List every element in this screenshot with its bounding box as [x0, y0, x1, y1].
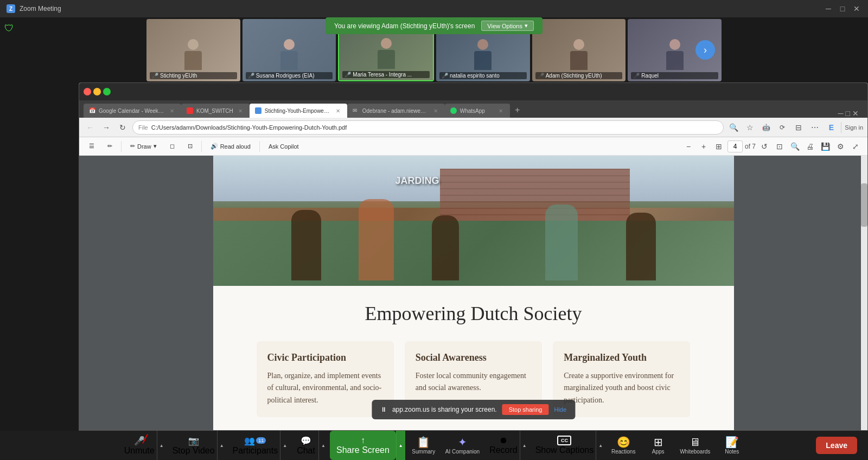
notes-button[interactable]: 📝 Notes [716, 431, 748, 460]
participant-tile[interactable]: 🎤 Stichting yEUth [146, 19, 240, 81]
eraser-button[interactable]: ◻ [165, 142, 179, 151]
mic-icon: 🎤 [538, 73, 544, 79]
view-options-button[interactable]: View Options ▾ [481, 21, 534, 31]
ask-copilot-button[interactable]: Ask Copilot [264, 142, 303, 151]
tab-stichting-pdf[interactable]: Stichting-Youth-Empowering-Du... ✕ [250, 104, 347, 118]
participant-tile[interactable]: 🎤 Adam (Stichting yEUth) [532, 19, 626, 81]
new-tab-button[interactable]: + [510, 103, 525, 118]
sharing-text: app.zoom.us is sharing your screen. [392, 406, 497, 413]
prev-page-button[interactable]: ↺ [758, 140, 771, 153]
address-bar[interactable]: File C:/Users/adamn/Downloads/Stichting-… [132, 120, 724, 135]
refresh-button2[interactable]: ⟳ [776, 121, 789, 134]
layout-button[interactable]: ⊟ [792, 121, 805, 134]
zoom-in-button[interactable]: + [697, 140, 710, 153]
summary-button[interactable]: 📋 Summary [407, 431, 440, 460]
stop-video-button[interactable]: 📷 Stop Video [168, 431, 217, 460]
next-page-button[interactable]: ⊡ [773, 140, 786, 153]
back-button[interactable]: ← [84, 121, 97, 134]
share-screen-button[interactable]: ↑ Share Screen [330, 431, 396, 460]
zoom-out-button[interactable]: − [682, 140, 695, 153]
browser-restore-window[interactable]: □ [846, 109, 850, 118]
record-arrow[interactable]: ▲ [520, 431, 529, 460]
draw-button[interactable]: ✏ Draw ▾ [126, 142, 161, 151]
tab-odebrane[interactable]: ✉ Odebrane - adam.nieweglowski... ✕ [347, 104, 445, 118]
scrollbar-thumb[interactable] [861, 183, 867, 227]
chevron-icon: ▾ [525, 22, 528, 29]
page-number-input[interactable] [727, 140, 743, 152]
fullscreen-button[interactable]: ⤢ [849, 140, 862, 153]
forward-button[interactable]: → [100, 121, 113, 134]
extension-button[interactable]: E [825, 121, 838, 134]
leave-button[interactable]: Leave [816, 437, 857, 454]
chevron-up-icon: ▲ [321, 443, 326, 448]
chat-arrow[interactable]: ▲ [318, 431, 328, 460]
window-controls[interactable]: ─ □ ✕ [824, 4, 861, 14]
more-tools-button[interactable]: ⋯ [808, 121, 821, 134]
browser-minimize-window[interactable]: ─ [838, 109, 844, 118]
chevron-up-icon: ▲ [283, 443, 287, 448]
browser-close-button[interactable] [84, 88, 91, 95]
hamburger-button[interactable]: ☰ [85, 142, 99, 151]
browser-minimize-button[interactable] [93, 88, 101, 95]
favorite-button[interactable]: ☆ [743, 121, 756, 134]
card-text-civic: Plan, organize, and implement events of … [267, 370, 383, 406]
share-screen-icon: ↑ [361, 436, 365, 445]
tab-close-button[interactable]: ✕ [497, 107, 505, 114]
tab-label: Stichting-Youth-Empowering-Du... [265, 108, 331, 114]
tab-whatsapp[interactable]: WhatsApp ✕ [445, 104, 510, 118]
separator [259, 141, 260, 152]
maximize-button[interactable]: □ [838, 4, 847, 14]
tab-kom-switch[interactable]: KOM_SWITCH ✕ [181, 104, 250, 118]
captions-button[interactable]: CC Show Captions [531, 431, 596, 460]
captions-arrow[interactable]: ▲ [596, 431, 605, 460]
fit-width-button[interactable]: ⊞ [712, 140, 725, 153]
participant-tile[interactable]: 🎤 Susana Rodrigues (EIA) [242, 19, 336, 81]
next-participant-button[interactable]: › [695, 40, 715, 60]
record-control: ⏺ Record ▲ [485, 431, 529, 460]
fit-page-button[interactable]: ⊡ [183, 142, 197, 151]
apps-button[interactable]: ⊞ Apps [642, 431, 674, 460]
browser-close-window[interactable]: ✕ [852, 109, 859, 118]
tab-close-button[interactable]: ✕ [432, 107, 439, 114]
zoom-icon: Z [7, 4, 15, 13]
search-button[interactable]: 🔍 [727, 121, 740, 134]
chat-button[interactable]: 💬 Chat [291, 431, 318, 460]
tab-close-button[interactable]: ✕ [168, 107, 176, 114]
scrollbar[interactable] [861, 156, 867, 430]
record-button[interactable]: ⏺ Record [485, 431, 520, 460]
unmute-arrow[interactable]: ▲ [157, 431, 166, 460]
hide-button[interactable]: Hide [554, 406, 566, 413]
whiteboards-icon: 🖥 [690, 437, 700, 448]
reactions-icon: 😊 [617, 437, 630, 448]
share-screen-arrow[interactable]: ▲ [396, 431, 405, 460]
refresh-button[interactable]: ↻ [116, 121, 129, 134]
browser-maximize-button[interactable] [103, 88, 111, 95]
reactions-button[interactable]: 😊 Reactions [607, 431, 640, 460]
mic-icon: 🎤 [344, 72, 351, 78]
stop-sharing-button[interactable]: Stop sharing [502, 404, 549, 415]
tab-google-calendar[interactable]: 📅 Google Calendar - Week of 26 f... ✕ [84, 104, 181, 118]
pause-icon: ⏸ [380, 406, 387, 413]
tab-close-button[interactable]: ✕ [334, 107, 342, 114]
unmute-button[interactable]: 🎤 ╱ Unmute [120, 431, 157, 460]
whiteboards-button[interactable]: 🖥 Whiteboards [676, 431, 713, 460]
read-aloud-button[interactable]: 🔊 Read aloud [206, 142, 255, 151]
copilot-button[interactable]: 🤖 [760, 121, 773, 134]
mic-icon: 🎤 [248, 73, 254, 79]
participants-button[interactable]: 👥 11 Participants [228, 431, 280, 460]
video-arrow[interactable]: ▲ [217, 431, 226, 460]
mute-slash-icon: ╱ [143, 435, 147, 443]
view-options-button[interactable]: 🔍 [788, 140, 801, 153]
pdf-tool-highlight[interactable]: ✏ [103, 142, 117, 151]
settings-button[interactable]: ⚙ [834, 140, 847, 153]
tab-close-button[interactable]: ✕ [237, 107, 244, 114]
close-button[interactable]: ✕ [852, 4, 861, 14]
print-button[interactable]: 🖨 [803, 140, 816, 153]
student-4 [545, 205, 578, 280]
participant-name: 🎤 Adam (Stichting yEUth) [535, 72, 623, 79]
minimize-button[interactable]: ─ [824, 4, 833, 14]
participants-arrow[interactable]: ▲ [280, 431, 289, 460]
save-button[interactable]: 💾 [819, 140, 832, 153]
ai-companion-button[interactable]: ✦ AI Companion [442, 431, 483, 460]
pdf-image-area: JARDING [213, 156, 734, 286]
